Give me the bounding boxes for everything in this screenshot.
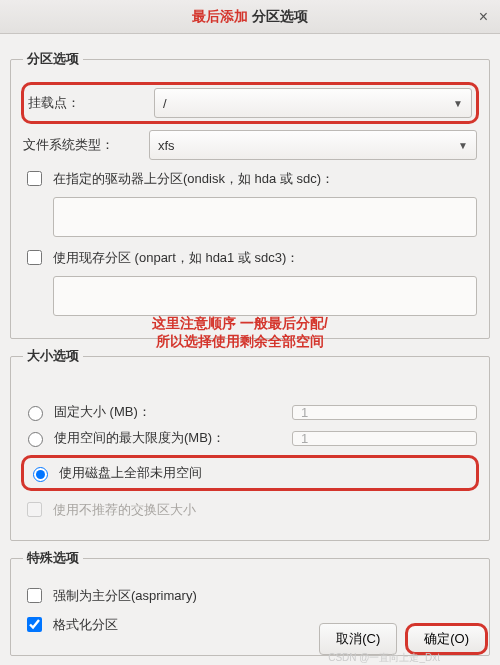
chevron-down-icon: ▼ — [458, 140, 468, 151]
ondisk-input[interactable] — [53, 197, 477, 237]
mount-point-value: / — [163, 96, 167, 111]
max-size-label: 使用空间的最大限度为(MB)： — [54, 429, 284, 447]
title-bar: 最后添加 分区选项 × — [0, 0, 500, 34]
use-all-space-row: 使用磁盘上全部未用空间 — [21, 455, 479, 491]
ondisk-input-wrap — [53, 197, 477, 237]
title-first: 最后添加 — [192, 8, 248, 24]
swap-row: 使用不推荐的交换区大小 — [23, 499, 477, 520]
special-options-legend: 特殊选项 — [23, 549, 83, 567]
onpart-checkbox[interactable] — [27, 250, 42, 265]
use-all-space-label: 使用磁盘上全部未用空间 — [59, 464, 202, 482]
dialog-content: 分区选项 挂载点： / ▼ 文件系统类型： xfs ▼ 在指定的驱动器上分区(o… — [0, 34, 500, 665]
swap-checkbox — [27, 502, 42, 517]
max-size-row: 使用空间的最大限度为(MB)： — [23, 429, 477, 447]
watermark: CSDN @一直向上走_Dxt — [328, 651, 440, 665]
size-options-group: 大小选项 固定大小 (MB)： 使用空间的最大限度为(MB)： 使用磁盘上全部未… — [10, 347, 490, 541]
fixed-size-row: 固定大小 (MB)： — [23, 403, 477, 421]
ondisk-label: 在指定的驱动器上分区(ondisk，如 hda 或 sdc)： — [53, 170, 334, 188]
fs-type-select[interactable]: xfs ▼ — [149, 130, 477, 160]
asprimary-row: 强制为主分区(asprimary) — [23, 585, 477, 606]
max-size-radio[interactable] — [28, 432, 43, 447]
ondisk-checkbox[interactable] — [27, 171, 42, 186]
onpart-label: 使用现存分区 (onpart，如 hda1 或 sdc3)： — [53, 249, 299, 267]
fs-type-value: xfs — [158, 138, 175, 153]
use-all-space-radio[interactable] — [33, 467, 48, 482]
swap-label: 使用不推荐的交换区大小 — [53, 501, 196, 519]
format-checkbox[interactable] — [27, 617, 42, 632]
format-label: 格式化分区 — [53, 616, 118, 634]
chevron-down-icon: ▼ — [453, 98, 463, 109]
ondisk-row: 在指定的驱动器上分区(ondisk，如 hda 或 sdc)： — [23, 168, 477, 189]
max-size-input[interactable] — [292, 431, 477, 446]
fixed-size-label: 固定大小 (MB)： — [54, 403, 284, 421]
fs-type-row: 文件系统类型： xfs ▼ — [23, 130, 477, 160]
size-options-legend: 大小选项 — [23, 347, 83, 365]
mount-point-label: 挂载点： — [28, 94, 148, 112]
partition-options-legend: 分区选项 — [23, 50, 83, 68]
onpart-row: 使用现存分区 (onpart，如 hda1 或 sdc3)： — [23, 247, 477, 268]
fixed-size-input[interactable] — [292, 405, 477, 420]
onpart-input[interactable] — [53, 276, 477, 316]
fixed-size-radio[interactable] — [28, 406, 43, 421]
mount-point-row: 挂载点： / ▼ — [21, 82, 479, 124]
close-icon[interactable]: × — [479, 8, 488, 26]
window-title: 最后添加 分区选项 — [192, 8, 308, 26]
title-rest: 分区选项 — [248, 8, 308, 24]
mount-point-select[interactable]: / ▼ — [154, 88, 472, 118]
onpart-input-wrap — [53, 276, 477, 316]
fs-type-label: 文件系统类型： — [23, 136, 143, 154]
partition-options-group: 分区选项 挂载点： / ▼ 文件系统类型： xfs ▼ 在指定的驱动器上分区(o… — [10, 50, 490, 339]
asprimary-checkbox[interactable] — [27, 588, 42, 603]
asprimary-label: 强制为主分区(asprimary) — [53, 587, 197, 605]
